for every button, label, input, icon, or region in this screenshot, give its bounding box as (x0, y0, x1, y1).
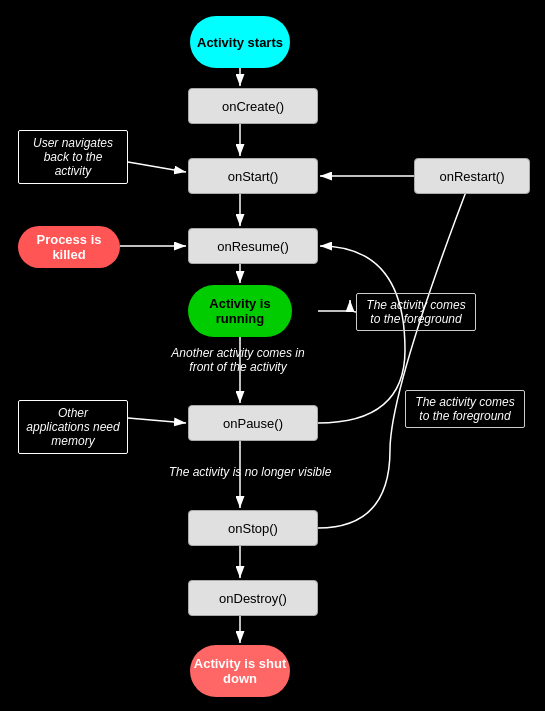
svg-line-13 (128, 418, 186, 423)
activity-shutdown-label: Activity is shut down (190, 656, 290, 686)
svg-line-12 (128, 162, 186, 172)
onpause-label: onPause() (223, 416, 283, 431)
activity-shutdown-node: Activity is shut down (190, 645, 290, 697)
activity-lifecycle-diagram: Activity starts onCreate() onStart() onR… (0, 0, 545, 711)
ondestroy-label: onDestroy() (219, 591, 287, 606)
onrestart-node: onRestart() (414, 158, 530, 194)
no-longer-visible-label: The activity is no longer visible (155, 465, 345, 479)
oncreate-label: onCreate() (222, 99, 284, 114)
another-activity-label: Another activity comes in front of the a… (158, 346, 318, 374)
activity-starts-node: Activity starts (190, 16, 290, 68)
onstop-label: onStop() (228, 521, 278, 536)
activity-running-node: Activity is running (188, 285, 292, 337)
foreground-label-2: The activity comes to the foreground (405, 390, 525, 428)
onresume-node: onResume() (188, 228, 318, 264)
user-navigates-label: User navigates back to the activity (18, 130, 128, 184)
foreground-label-1: The activity comes to the foreground (356, 293, 476, 331)
other-apps-label: Other applications need memory (18, 400, 128, 454)
activity-running-label: Activity is running (188, 296, 292, 326)
ondestroy-node: onDestroy() (188, 580, 318, 616)
onresume-label: onResume() (217, 239, 289, 254)
process-killed-label: Process is killed (18, 226, 120, 268)
oncreate-node: onCreate() (188, 88, 318, 124)
onpause-node: onPause() (188, 405, 318, 441)
onstart-node: onStart() (188, 158, 318, 194)
onstart-label: onStart() (228, 169, 279, 184)
activity-starts-label: Activity starts (197, 35, 283, 50)
onrestart-label: onRestart() (439, 169, 504, 184)
onstop-node: onStop() (188, 510, 318, 546)
